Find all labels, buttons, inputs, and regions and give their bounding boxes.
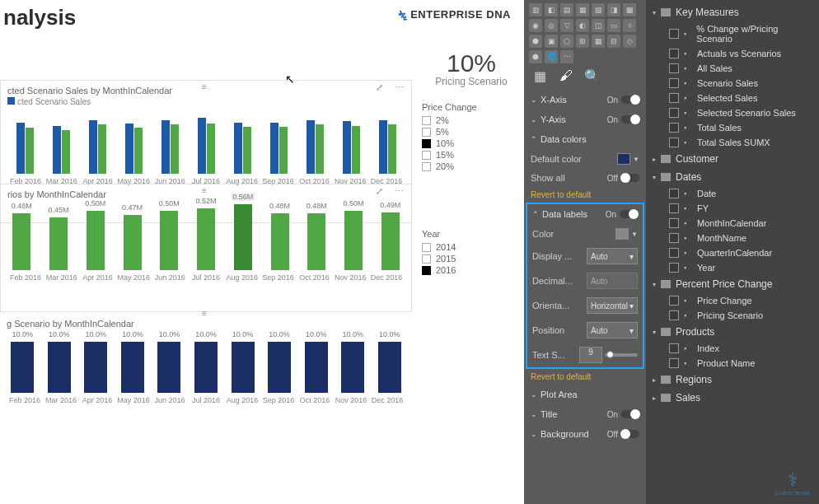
viz-icon[interactable]: ▦ <box>576 3 589 16</box>
field-table[interactable]: ▸Customer <box>646 150 819 168</box>
field-item[interactable]: ▪Price Change <box>646 293 819 308</box>
chevron-down-icon: ⌄ <box>531 115 537 124</box>
color-swatch[interactable] <box>617 153 630 165</box>
field-table[interactable]: ▾Products <box>646 323 819 341</box>
viz-icon[interactable]: ⊟ <box>607 35 620 48</box>
format-tab-icon[interactable]: 🖌 <box>559 68 573 83</box>
viz-icon[interactable]: ⬢ <box>529 50 542 63</box>
viz-icon[interactable]: ◇ <box>623 35 636 48</box>
field-table[interactable]: ▸Sales <box>646 389 819 407</box>
row-default-color: Default color ▼ <box>529 149 641 169</box>
analytics-tab-icon[interactable]: 🔍 <box>585 68 600 83</box>
slider-text-size[interactable] <box>605 353 638 357</box>
field-item[interactable]: ▪Product Name <box>646 356 819 371</box>
field-item[interactable]: ▪MonthInCalendar <box>646 216 819 231</box>
viz-icon[interactable]: ⬡ <box>560 35 573 48</box>
more-icon[interactable]: ⋯ <box>391 186 406 198</box>
revert-link[interactable]: Revert to default <box>529 187 641 203</box>
field-item[interactable]: ▪Date <box>646 186 819 201</box>
field-table[interactable]: ▾Key Measures <box>646 3 819 21</box>
viz-icon[interactable]: ◫ <box>592 19 605 32</box>
viz-icon[interactable]: ▭ <box>607 19 620 32</box>
viz-icon[interactable]: ⊞ <box>576 35 589 48</box>
input-text-size[interactable]: 9 <box>579 347 602 363</box>
field-item[interactable]: ▪Total Sales <box>646 120 819 135</box>
viz-icon[interactable]: ▤ <box>560 3 573 16</box>
label-color: Color <box>532 229 554 239</box>
toggle-background[interactable]: Off <box>607 430 639 439</box>
field-item[interactable]: ▪Actuals vs Scenarios <box>646 46 819 61</box>
field-table[interactable]: ▾Percent Price Change <box>646 275 819 293</box>
viz-icon[interactable]: ◨ <box>607 3 620 16</box>
section-x-axis[interactable]: ⌄ X-Axis On <box>529 90 641 110</box>
dropdown-display-units[interactable]: Auto▾ <box>587 248 638 264</box>
field-item[interactable]: ▪Index <box>646 341 819 356</box>
viz-icon[interactable]: ◐ <box>576 19 589 32</box>
field-item[interactable]: ▪Year <box>646 260 819 275</box>
dropdown-orientation[interactable]: Horizontal▾ <box>587 297 638 314</box>
field-item[interactable]: ▪Scenario Sales <box>646 76 819 91</box>
color-swatch[interactable] <box>615 228 629 240</box>
toggle-y-axis[interactable]: On <box>607 115 639 124</box>
fields-tab-icon[interactable]: ▦ <box>532 68 547 83</box>
field-item[interactable]: ▪Pricing Scenario <box>646 308 819 323</box>
slicer-year[interactable]: Year 201420152016 <box>422 229 521 275</box>
viz-icon[interactable]: 🌐 <box>545 50 558 63</box>
slicer-option[interactable]: 15% <box>422 150 521 160</box>
viz-icon[interactable]: ◉ <box>529 19 542 32</box>
field-item[interactable]: ▪Selected Sales <box>646 91 819 105</box>
viz-icon[interactable]: ⋯ <box>560 50 573 63</box>
label-display-units: Display ... <box>532 251 572 261</box>
slicer-option[interactable]: 5% <box>422 127 521 137</box>
viz-icon[interactable]: ▽ <box>560 19 573 32</box>
resize-handle[interactable]: ≡ <box>202 186 210 195</box>
section-background[interactable]: ⌄ Background Off <box>529 424 641 444</box>
section-data-colors[interactable]: ⌃ Data colors <box>529 129 641 149</box>
slicer-option[interactable]: 2015 <box>422 254 521 264</box>
focus-icon[interactable]: ⤢ <box>372 186 386 198</box>
field-item[interactable]: ▪Selected Scenario Sales <box>646 105 819 120</box>
section-y-axis[interactable]: ⌄ Y-Axis On <box>529 110 641 129</box>
viz-icon[interactable]: ▥ <box>529 3 542 16</box>
section-plot-area[interactable]: ⌄ Plot Area <box>529 385 641 404</box>
slicer-option[interactable]: 20% <box>422 161 521 171</box>
visual-2[interactable]: ≡ ⤢ ⋯ rios by MonthInCalendar 0.48M0.45M… <box>0 184 412 312</box>
revert-link[interactable]: Revert to default <box>529 369 641 385</box>
field-item[interactable]: ▪QuarterInCalendar <box>646 245 819 260</box>
dropdown-decimal[interactable]: Auto <box>587 273 638 289</box>
field-item[interactable]: ▪% Change w/Pricing Scenario <box>646 21 819 46</box>
viz-icon[interactable]: ▦ <box>592 35 605 48</box>
viz-icon[interactable]: ▧ <box>592 3 605 16</box>
field-item[interactable]: ▪All Sales <box>646 61 819 76</box>
toggle-show-all[interactable]: Off <box>607 174 639 183</box>
field-item[interactable]: ▪Total Sales SUMX <box>646 135 819 150</box>
visualizations-gallery[interactable]: ▥◧▤▦▧◨▩ ◉◎▽◐◫▭⌗ ⬢▣⬡⊞▦⊟◇ ⬢🌐⋯ <box>529 3 641 63</box>
field-item[interactable]: ▪MonthName <box>646 231 819 245</box>
toggle-title[interactable]: On <box>607 410 639 419</box>
focus-icon[interactable]: ⤢ <box>372 82 386 94</box>
viz-icon[interactable]: ▩ <box>623 3 636 16</box>
viz-icon[interactable]: ◧ <box>545 3 558 16</box>
field-item[interactable]: ▪FY <box>646 201 819 216</box>
visual-3[interactable]: g Scenario by MonthInCalendar 10.0%10.0%… <box>0 314 412 436</box>
slicer-option[interactable]: 2016 <box>422 265 521 275</box>
viz-icon[interactable]: ◎ <box>545 19 558 32</box>
viz-icon[interactable]: ▣ <box>545 35 558 48</box>
slicer-price-change[interactable]: Price Change 2%5%10%15%20% <box>422 102 521 171</box>
more-icon[interactable]: ⋯ <box>391 82 406 94</box>
chevron-down-icon[interactable]: ▼ <box>633 156 639 163</box>
toggle-data-labels[interactable]: On <box>606 210 638 219</box>
field-table[interactable]: ▾Dates <box>646 168 819 186</box>
slicer-option[interactable]: 2% <box>422 115 521 125</box>
slicer-option[interactable]: 10% <box>422 138 521 148</box>
field-table[interactable]: ▸Regions <box>646 371 819 389</box>
viz-icon[interactable]: ⬢ <box>529 35 542 48</box>
chevron-down-icon[interactable]: ▼ <box>631 231 638 238</box>
toggle-x-axis[interactable]: On <box>607 96 639 105</box>
viz-icon[interactable]: ⌗ <box>623 19 636 32</box>
resize-handle[interactable]: ≡ <box>202 82 210 91</box>
section-data-labels[interactable]: ⌃ Data labels On <box>531 204 639 224</box>
slicer-option[interactable]: 2014 <box>422 242 521 252</box>
dropdown-position[interactable]: Auto▾ <box>587 322 638 338</box>
section-title[interactable]: ⌄ Title On <box>529 404 641 424</box>
